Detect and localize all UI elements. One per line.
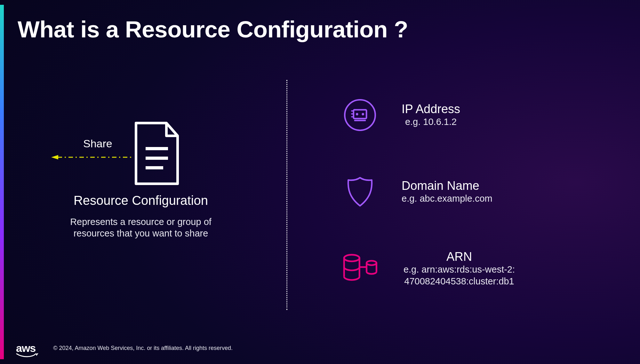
document-icon <box>133 121 181 185</box>
svg-point-12 <box>367 261 377 265</box>
ip-address-title: IP Address <box>402 102 460 116</box>
ip-address-subtitle: e.g. 10.6.1.2 <box>402 116 460 128</box>
svg-rect-6 <box>354 110 366 119</box>
aws-logo-text: aws <box>16 342 36 354</box>
svg-point-5 <box>345 100 375 130</box>
vertical-divider <box>286 80 287 310</box>
copyright-text: © 2024, Amazon Web Services, Inc. or its… <box>53 345 233 352</box>
svg-point-10 <box>344 255 359 261</box>
arn-title: ARN <box>392 250 526 264</box>
svg-rect-9 <box>354 120 366 121</box>
aws-logo: aws <box>16 342 36 354</box>
slide-title: What is a Resource Configuration ? <box>18 16 408 43</box>
share-arrow-icon <box>51 154 133 160</box>
domain-name-title: Domain Name <box>402 179 492 193</box>
resource-config-heading: Resource Configuration <box>51 193 230 208</box>
svg-point-8 <box>362 113 364 115</box>
item-arn: ARN e.g. arn:aws:rds:us-west-2: 47008240… <box>341 249 565 288</box>
right-panel: IP Address e.g. 10.6.1.2 Domain Name e.g… <box>341 96 565 288</box>
domain-name-icon <box>341 173 379 211</box>
svg-point-7 <box>356 113 358 115</box>
arn-subtitle: e.g. arn:aws:rds:us-west-2: 470082404538… <box>392 264 526 287</box>
slide: What is a Resource Configuration ? Share… <box>0 0 640 364</box>
ip-address-icon <box>341 96 379 134</box>
item-ip-address: IP Address e.g. 10.6.1.2 <box>341 96 565 134</box>
share-label: Share <box>83 137 112 150</box>
arn-icon <box>341 249 379 288</box>
resource-config-description: Represents a resource or group of resour… <box>64 216 218 239</box>
item-domain-name: Domain Name e.g. abc.example.com <box>341 173 565 211</box>
footer: aws © 2024, Amazon Web Services, Inc. or… <box>16 342 233 354</box>
svg-marker-1 <box>51 155 58 159</box>
aws-smile-icon <box>16 353 38 358</box>
accent-bar <box>0 5 4 359</box>
domain-name-subtitle: e.g. abc.example.com <box>402 193 492 204</box>
